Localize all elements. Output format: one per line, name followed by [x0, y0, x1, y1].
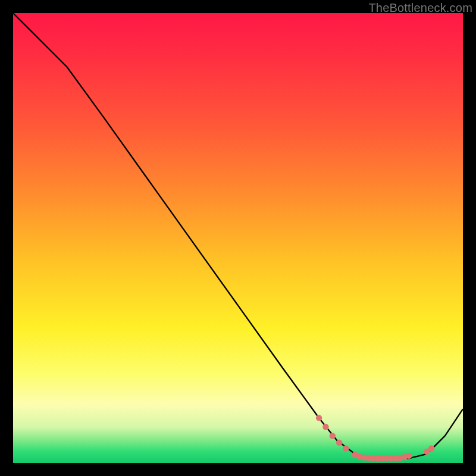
data-marker [316, 415, 322, 421]
data-marker [336, 440, 342, 446]
data-marker [343, 446, 349, 452]
plot-area [13, 13, 463, 463]
data-marker [330, 433, 336, 439]
curve-path [13, 13, 463, 458]
marker-group [316, 415, 434, 461]
data-marker [428, 446, 434, 452]
curve-svg [13, 13, 463, 463]
chart-frame: TheBottleneck.com [0, 0, 476, 476]
data-marker [406, 453, 412, 459]
watermark-text: TheBottleneck.com [368, 1, 472, 15]
data-marker [322, 424, 328, 430]
